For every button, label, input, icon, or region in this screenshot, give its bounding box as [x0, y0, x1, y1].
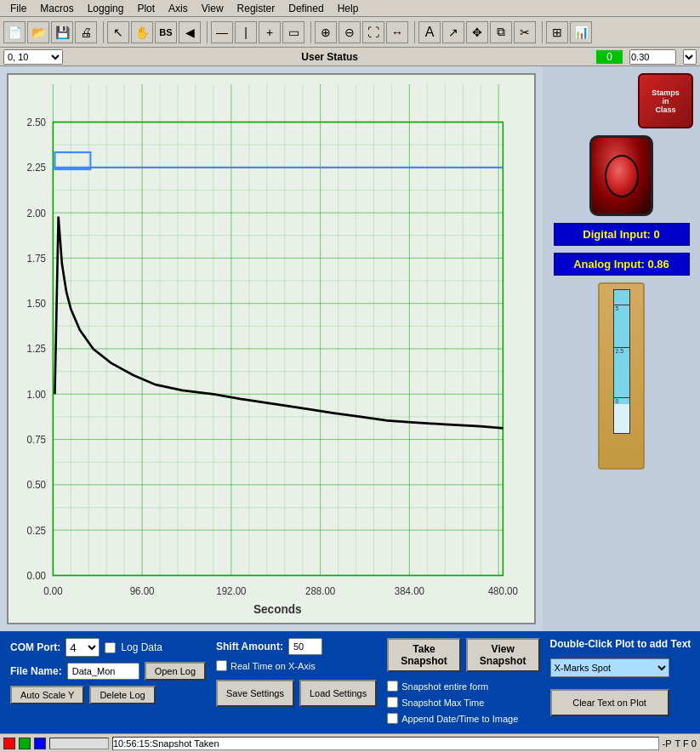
real-time-label: Real Time on X-Axis	[230, 661, 316, 671]
thermometer: 5 2.5 0	[598, 282, 645, 470]
annotation-select[interactable]: X-Marks Spot	[550, 658, 669, 677]
svg-text:480.00: 480.00	[488, 584, 519, 596]
svg-text:0.25: 0.25	[27, 524, 47, 536]
menu-help[interactable]: Help	[331, 1, 366, 16]
file-name-label: File Name:	[10, 665, 62, 677]
open-log-button[interactable]: Open Log	[145, 662, 206, 681]
svg-text:0.00: 0.00	[27, 570, 47, 582]
sep5	[539, 21, 543, 43]
footer: -P T F 0	[0, 733, 700, 752]
clear-text-button[interactable]: Clear Text on Plot	[550, 689, 669, 716]
svg-text:1.75: 1.75	[27, 253, 47, 265]
take-snapshot-button[interactable]: Take Snapshot	[387, 638, 461, 672]
status-text-input	[112, 737, 659, 750]
svg-text:0.75: 0.75	[27, 434, 47, 446]
status-indicator: 0	[596, 50, 623, 64]
cursor-button[interactable]: ↖	[107, 21, 129, 43]
load-settings-button[interactable]: Load Settings	[299, 680, 377, 707]
copy-button[interactable]: ⧉	[490, 21, 512, 43]
rect-button[interactable]: ▭	[282, 21, 304, 43]
plot-svg: 0.00 0.25 0.50 0.75 1.00 1.25 1.50 1.75 …	[9, 75, 534, 623]
fit-button[interactable]: ⛶	[362, 21, 384, 43]
svg-text:0.50: 0.50	[27, 479, 47, 491]
delete-button[interactable]: ✂	[514, 21, 536, 43]
menubar: File Macros Logging Plot Axis View Regis…	[0, 0, 700, 17]
snapshot-max-checkbox[interactable]	[387, 697, 398, 708]
menu-logging[interactable]: Logging	[81, 1, 131, 16]
status-bar: 0, 10 User Status 0	[0, 48, 700, 66]
annotation-controls: Double-Click Plot to add Text X-Marks Sp…	[550, 638, 691, 716]
axes-button[interactable]: 📊	[570, 21, 592, 43]
sensor-image	[589, 135, 653, 216]
hand-button[interactable]: ✋	[131, 21, 153, 43]
sep3	[308, 21, 311, 43]
stamp-logo: StampsinClass	[638, 73, 693, 128]
crosshair-button[interactable]: +	[259, 21, 281, 43]
svg-text:384.00: 384.00	[395, 584, 425, 596]
append-date-label: Append Date/Time to Image	[401, 714, 518, 724]
svg-text:2.25: 2.25	[27, 162, 47, 174]
shift-amount-label: Shift Amount:	[216, 641, 283, 652]
text-button[interactable]: A	[418, 21, 441, 43]
print-button[interactable]: 🖨	[75, 21, 97, 43]
menu-register[interactable]: Register	[230, 1, 282, 16]
rate-select[interactable]	[683, 49, 697, 65]
grid-button[interactable]: ⊞	[546, 21, 568, 43]
menu-plot[interactable]: Plot	[130, 1, 162, 16]
file-name-input[interactable]	[67, 663, 139, 680]
com-port-select[interactable]: 0, 10	[3, 49, 63, 65]
progress-bar	[49, 738, 109, 749]
view-snapshot-button[interactable]: View Snapshot	[466, 638, 540, 672]
arrow-button[interactable]: ↗	[442, 21, 464, 43]
snapshot-form-checkbox[interactable]	[387, 681, 398, 692]
svg-text:0.00: 0.00	[43, 584, 63, 596]
snapshot-max-label: Snapshot Max Time	[401, 698, 484, 708]
svg-text:2.50: 2.50	[27, 117, 47, 128]
move-button[interactable]: ✥	[466, 21, 488, 43]
svg-text:288.00: 288.00	[305, 584, 336, 596]
append-date-checkbox[interactable]	[387, 713, 398, 724]
menu-macros[interactable]: Macros	[33, 1, 80, 16]
delete-log-button[interactable]: Delete Log	[89, 686, 155, 704]
com-port-dropdown[interactable]: 4	[65, 638, 100, 657]
rate-input[interactable]	[629, 49, 676, 65]
snapshot-form-label: Snapshot entire form	[401, 681, 488, 692]
main-area: 0.00 0.25 0.50 0.75 1.00 1.25 1.50 1.75 …	[0, 66, 700, 631]
auto-scale-button[interactable]: Auto Scale Y	[10, 686, 84, 704]
double-click-label: Double-Click Plot to add Text	[550, 638, 691, 650]
menu-file[interactable]: File	[3, 1, 33, 16]
zoom-in-button[interactable]: ⊕	[315, 21, 337, 43]
green-indicator	[19, 738, 31, 749]
plot-area[interactable]: 0.00 0.25 0.50 0.75 1.00 1.25 1.50 1.75 …	[7, 73, 536, 624]
com-port-label: COM Port:	[10, 641, 60, 653]
menu-axis[interactable]: Axis	[162, 1, 195, 16]
menu-view[interactable]: View	[195, 1, 230, 16]
flag2: T F 0	[675, 738, 697, 749]
middle-controls: Shift Amount: Real Time on X-Axis Save S…	[216, 638, 377, 707]
new-button[interactable]: 📄	[3, 21, 26, 43]
menu-defined[interactable]: Defined	[282, 1, 330, 16]
analog-input-display: Analog Input: 0.86	[554, 253, 690, 276]
open-button[interactable]: 📂	[27, 21, 49, 43]
sep1	[100, 21, 104, 43]
pan-button[interactable]: ↔	[386, 21, 408, 43]
script-button[interactable]: BS	[155, 21, 177, 43]
back-button[interactable]: ◀	[179, 21, 201, 43]
svg-text:Seconds: Seconds	[253, 602, 302, 616]
flag1: -P	[663, 738, 672, 749]
save-button[interactable]: 💾	[51, 21, 73, 43]
control-panel: COM Port: 4 Log Data File Name: Open Log…	[0, 631, 700, 733]
blue-indicator	[34, 738, 46, 749]
vline-button[interactable]: |	[235, 21, 257, 43]
right-panel: StampsinClass Digital Input: 0 Analog In…	[543, 66, 700, 631]
log-data-checkbox[interactable]	[105, 642, 116, 653]
save-settings-button[interactable]: Save Settings	[216, 680, 294, 707]
real-time-checkbox[interactable]	[216, 660, 227, 671]
hline-button[interactable]: —	[211, 21, 233, 43]
digital-input-display: Digital Input: 0	[554, 223, 690, 246]
shift-amount-input[interactable]	[288, 638, 322, 655]
left-controls: COM Port: 4 Log Data File Name: Open Log…	[10, 638, 206, 704]
zoom-out-button[interactable]: ⊖	[339, 21, 361, 43]
svg-text:192.00: 192.00	[216, 584, 247, 596]
red-indicator	[3, 738, 15, 749]
